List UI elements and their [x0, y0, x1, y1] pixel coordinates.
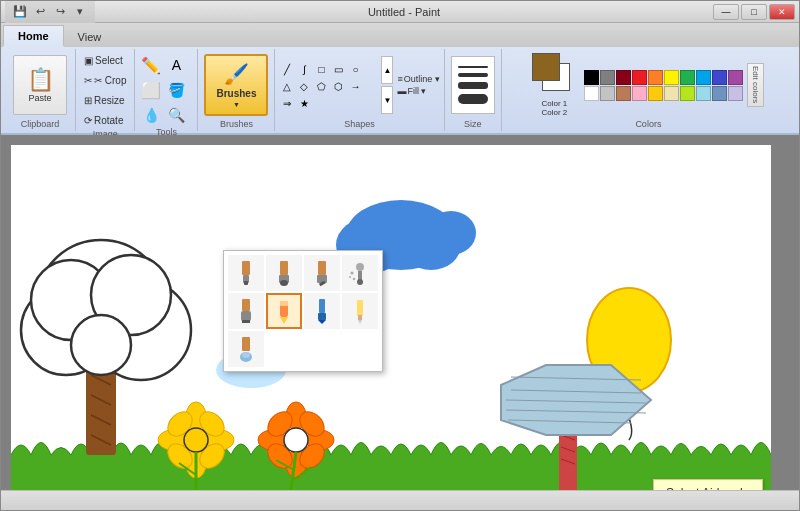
svg-rect-75 — [319, 299, 325, 313]
qat-dropdown[interactable]: ▾ — [71, 3, 89, 21]
svg-rect-56 — [244, 281, 248, 285]
brush-option-cal1[interactable] — [266, 255, 302, 291]
shapes-label: Shapes — [344, 119, 375, 129]
color-cell[interactable] — [648, 70, 663, 85]
color-cell[interactable] — [616, 86, 631, 101]
qat-undo[interactable]: ↩ — [31, 3, 49, 21]
shape-diamond[interactable]: ◇ — [296, 78, 312, 94]
color-palette — [584, 70, 743, 101]
shape-round-rect[interactable]: ▭ — [330, 61, 346, 77]
pencil-tool[interactable]: ✏️ — [139, 53, 163, 77]
shapes-scroll-down[interactable]: ▼ — [381, 86, 393, 114]
color-cell[interactable] — [632, 86, 647, 101]
shape-ellipse[interactable]: ○ — [347, 61, 363, 77]
clipboard-label: Clipboard — [21, 119, 60, 129]
shape-triangle[interactable]: △ — [279, 78, 295, 94]
colors-group: Color 1 Color 2 Edit colors Colors — [502, 49, 795, 131]
svg-point-83 — [242, 352, 250, 358]
clipboard-group: 📋 Paste Clipboard — [5, 49, 76, 131]
color-cell[interactable] — [728, 86, 743, 101]
shape-star[interactable]: ★ — [296, 95, 312, 111]
qat-redo[interactable]: ↪ — [51, 3, 69, 21]
color-cell[interactable] — [728, 70, 743, 85]
shapes-group: ╱ ∫ □ ▭ ○ △ ◇ ⬠ ⬡ → ⇒ ★ ▲ — [275, 49, 444, 131]
crop-button[interactable]: ✂✂ Crop — [82, 71, 128, 89]
minimize-button[interactable]: — — [713, 4, 739, 20]
svg-rect-79 — [358, 315, 362, 320]
shapes-scroll-up[interactable]: ▲ — [381, 56, 393, 84]
svg-rect-60 — [318, 261, 326, 275]
fill-button[interactable]: ▬Fill ▾ — [397, 86, 439, 96]
brush-option-watercolor[interactable] — [228, 331, 264, 367]
paste-button[interactable]: 📋 Paste — [13, 55, 67, 115]
color-cell[interactable] — [696, 70, 711, 85]
ribbon-tab-bar: Home View — [1, 23, 799, 47]
brush-option-cal2[interactable] — [304, 255, 340, 291]
svg-rect-70 — [241, 311, 251, 321]
tooltip-text: Select Airbrush. — [666, 486, 750, 490]
svg-rect-71 — [242, 320, 250, 323]
color-cell[interactable] — [712, 70, 727, 85]
shape-arrow[interactable]: → — [347, 78, 363, 94]
color-cell[interactable] — [712, 86, 727, 101]
color-cell[interactable] — [648, 86, 663, 101]
color-cell[interactable] — [584, 86, 599, 101]
color-cell[interactable] — [632, 70, 647, 85]
color-cell[interactable] — [664, 86, 679, 101]
select-button[interactable]: ▣Select — [82, 51, 128, 69]
svg-point-68 — [353, 278, 355, 280]
color-cell[interactable] — [664, 70, 679, 85]
shape-pentagon[interactable]: ⬠ — [313, 78, 329, 94]
outline-button[interactable]: ≡Outline ▾ — [397, 74, 439, 84]
brushes-popup — [223, 250, 383, 372]
brush-option-crayon[interactable] — [266, 293, 302, 329]
svg-point-67 — [349, 276, 351, 278]
tooltip-box: Select Airbrush. — [653, 479, 763, 490]
brush-option-natural-pencil[interactable] — [342, 293, 378, 329]
close-button[interactable]: ✕ — [769, 4, 795, 20]
resize-button[interactable]: ⊞Resize — [82, 91, 128, 109]
brush-option-normal[interactable] — [228, 255, 264, 291]
edit-colors-button[interactable]: Edit colors — [747, 63, 764, 107]
color-cell[interactable] — [600, 86, 615, 101]
qat-save[interactable]: 💾 — [11, 3, 29, 21]
rotate-button[interactable]: ⟳Rotate — [82, 111, 128, 129]
colors-label: Colors — [635, 119, 661, 129]
brushes-button[interactable]: 🖌️ Brushes ▼ — [204, 54, 268, 116]
brush-option-airbrush[interactable] — [342, 255, 378, 291]
color-cell[interactable] — [616, 70, 631, 85]
shape-line[interactable]: ╱ — [279, 61, 295, 77]
tab-home[interactable]: Home — [3, 25, 64, 47]
tab-view[interactable]: View — [64, 27, 116, 47]
shape-hexagon[interactable]: ⬡ — [330, 78, 346, 94]
svg-marker-77 — [318, 320, 326, 324]
color-cell[interactable] — [680, 86, 695, 101]
drawing-canvas[interactable] — [11, 145, 771, 490]
eraser-tool[interactable]: ⬜ — [139, 78, 163, 102]
brushes-label: Brushes — [220, 119, 253, 129]
svg-rect-76 — [318, 313, 326, 320]
brush-option-marker[interactable] — [304, 293, 340, 329]
svg-rect-57 — [280, 261, 288, 275]
paint-canvas[interactable]: Select Airbrush. — [11, 145, 771, 490]
shape-rect[interactable]: □ — [313, 61, 329, 77]
size-picker[interactable] — [451, 56, 495, 114]
canvas-area: Select Airbrush. — [1, 135, 799, 490]
brush-option-oil[interactable] — [228, 293, 264, 329]
magnifier-tool[interactable]: 🔍 — [164, 103, 188, 127]
svg-marker-73 — [280, 317, 288, 324]
color-cell[interactable] — [584, 70, 599, 85]
shape-curve[interactable]: ∫ — [296, 61, 312, 77]
maximize-button[interactable]: □ — [741, 4, 767, 20]
svg-rect-81 — [242, 337, 250, 351]
color-cell[interactable] — [696, 86, 711, 101]
text-tool[interactable]: A — [164, 53, 188, 77]
fill-tool[interactable]: 🪣 — [164, 78, 188, 102]
title-bar: 💾 ↩ ↪ ▾ Untitled - Paint — □ ✕ — [1, 1, 799, 23]
color1-swatch[interactable] — [532, 53, 560, 81]
eyedropper-tool[interactable]: 💧 — [139, 103, 163, 127]
color-cell[interactable] — [680, 70, 695, 85]
svg-point-12 — [71, 315, 131, 375]
shape-arrow2[interactable]: ⇒ — [279, 95, 295, 111]
color-cell[interactable] — [600, 70, 615, 85]
